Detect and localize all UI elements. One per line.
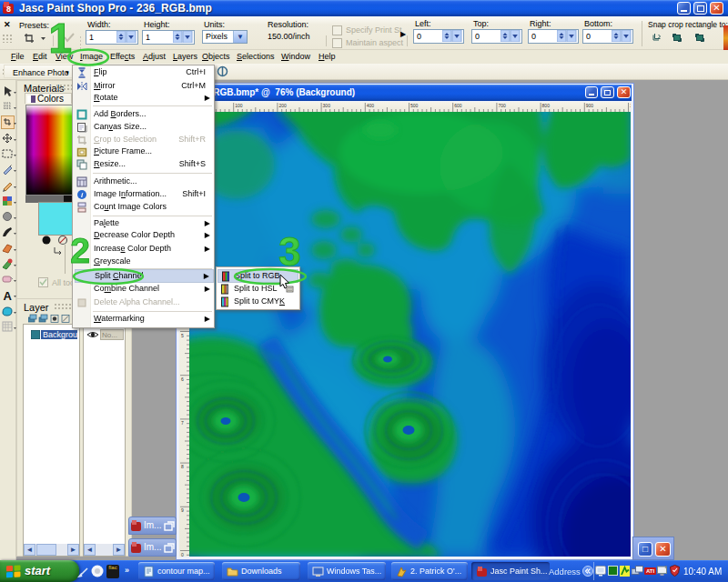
svg-text:700: 700 — [498, 103, 506, 108]
svg-text:5: 5 — [181, 333, 184, 338]
svg-text:1000: 1000 — [630, 103, 631, 108]
svg-text:8: 8 — [6, 5, 11, 14]
svg-text:800: 800 — [542, 103, 551, 108]
svg-text:500: 500 — [410, 103, 419, 108]
svg-text:100: 100 — [235, 103, 243, 108]
svg-text:0: 0 — [181, 552, 184, 557]
svg-text:900: 900 — [586, 103, 594, 108]
svg-text:A: A — [4, 289, 13, 303]
svg-text:400: 400 — [367, 103, 375, 108]
svg-text:7: 7 — [181, 420, 184, 426]
svg-text:300: 300 — [323, 103, 331, 108]
svg-text:8: 8 — [181, 464, 184, 469]
svg-text:9: 9 — [181, 507, 184, 513]
svg-text:6: 6 — [181, 376, 184, 382]
svg-text:200: 200 — [278, 103, 287, 108]
svg-text:600: 600 — [454, 103, 462, 108]
